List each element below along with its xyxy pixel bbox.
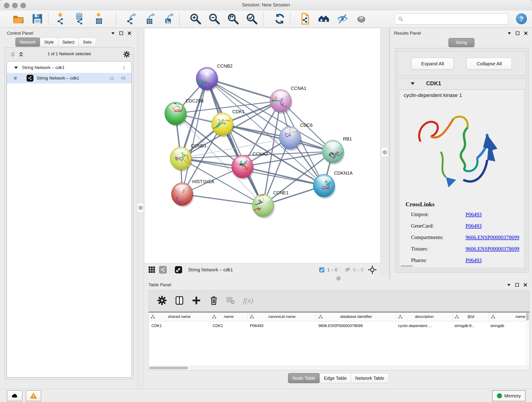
crosslink-value-link[interactable]: 9606.ENSP00000378699 — [466, 235, 519, 240]
network-options-gear-icon[interactable] — [123, 51, 130, 58]
crosslink-value-link[interactable]: 9606.ENSP00000378699 — [466, 246, 519, 252]
tab-network-table[interactable]: Network Table — [351, 373, 389, 383]
open-in-window-icon[interactable] — [174, 266, 183, 274]
tab-sets[interactable]: Sets — [79, 38, 96, 47]
collection-expand-icon[interactable] — [13, 65, 19, 70]
node-CCNA1[interactable] — [267, 89, 292, 114]
tab-string[interactable]: String — [448, 38, 475, 47]
cloud-status-button[interactable] — [7, 390, 22, 401]
table-row[interactable]: CDK1CDK1P064939606.ENSP00000378699cyclin… — [149, 321, 530, 331]
network-canvas[interactable]: CCNB2CCNA1CDC25BCDK1CDC6RB1CCNB1CCNA2CDK… — [145, 28, 380, 263]
toolbar-button-export-image[interactable] — [162, 12, 177, 26]
table-vscroll-thumb[interactable] — [526, 313, 529, 321]
toolbar-button-zoom-out[interactable] — [207, 12, 222, 26]
crosslink-value-link[interactable]: P06493 — [466, 211, 481, 217]
toolbar-button-show-panel[interactable] — [354, 12, 369, 26]
search-input[interactable] — [405, 14, 508, 24]
table-horizontal-scrollbar[interactable] — [149, 366, 530, 370]
function-builder-icon[interactable]: f(x) — [241, 294, 255, 307]
collapse-panel-icon[interactable] — [506, 282, 511, 287]
expand-all-button[interactable]: Expand All — [412, 58, 454, 70]
network-collection-row[interactable]: String Network – cdk1 1 — [7, 62, 132, 73]
toolbar-button-refresh[interactable] — [272, 12, 287, 26]
warnings-button[interactable] — [26, 390, 41, 401]
toolbar-button-zoom-fit[interactable] — [225, 12, 241, 26]
control-panel-splitter[interactable] — [137, 28, 144, 389]
table-hscroll-thumb[interactable] — [149, 367, 188, 369]
node-CCNE1[interactable] — [252, 190, 275, 218]
toolbar-button-import-network[interactable] — [53, 12, 69, 26]
float-panel-icon[interactable] — [119, 31, 124, 36]
column-header-name[interactable]: name — [210, 313, 248, 321]
tab-network[interactable]: Network — [15, 38, 40, 47]
results-hscroll-thumb[interactable] — [400, 265, 413, 267]
results-panel-splitter[interactable] — [380, 28, 389, 276]
toolbar-button-open-file[interactable] — [11, 12, 26, 26]
column-header-description[interactable]: description — [396, 313, 453, 321]
toolbar-button-save-session[interactable] — [30, 12, 45, 26]
help-button[interactable]: ? — [516, 13, 527, 24]
delete-column-trash-icon[interactable] — [207, 294, 221, 307]
node-CDKN1A[interactable] — [313, 174, 336, 199]
table-vertical-scrollbar[interactable] — [526, 313, 530, 370]
table-cell[interactable]: cyclin-dependent ... — [395, 321, 452, 331]
table-cell[interactable]: stringdb — [488, 321, 530, 331]
toolbar-button-import-database[interactable] — [72, 12, 87, 26]
crosslink-value-link[interactable]: P06493 — [466, 257, 481, 263]
birds-eye-view-icon[interactable] — [148, 266, 156, 274]
toolbar-button-import-table[interactable] — [91, 12, 106, 26]
section-collapse-icon[interactable] — [410, 80, 416, 86]
edge-CCNB2-CCNE1[interactable] — [207, 79, 263, 205]
table-cell[interactable]: stringdb:9... — [452, 321, 488, 331]
table-settings-gear-icon[interactable] — [155, 294, 169, 307]
splitter-knob[interactable] — [336, 276, 341, 281]
toolbar-button-hide-panel[interactable] — [335, 12, 350, 26]
add-column-icon[interactable] — [190, 294, 203, 307]
float-panel-icon[interactable] — [515, 282, 520, 287]
tab-style[interactable]: Style — [40, 38, 58, 47]
close-panel-icon[interactable] — [523, 31, 528, 36]
toolbar-button-export-network[interactable] — [124, 12, 139, 26]
memory-button[interactable]: Memory — [492, 390, 526, 401]
edge-CCNA2-CDKN1A[interactable] — [242, 167, 324, 186]
hidden-eye-slash-icon[interactable] — [344, 266, 351, 273]
tab-node-table[interactable]: Node Table — [288, 373, 320, 383]
node-HIST1H1A[interactable] — [171, 183, 194, 207]
toolbar-button-zoom-selected[interactable] — [244, 12, 259, 26]
collapse-panel-icon[interactable] — [110, 31, 115, 36]
network-row[interactable]: String Network – cdk1 11 48 — [7, 73, 132, 83]
node-CDK1[interactable] — [211, 113, 234, 137]
table-cell[interactable]: 9606.ENSP00000378699 — [316, 321, 395, 331]
column-header-namespace[interactable]: namespace — [489, 313, 530, 321]
toolbar-button-export-table[interactable] — [143, 12, 158, 26]
node-CCNB2[interactable] — [196, 67, 219, 92]
splitter-knob[interactable] — [383, 150, 387, 154]
close-panel-icon[interactable] — [523, 282, 528, 287]
edge-CCNB2-HIST1H1A[interactable] — [182, 79, 207, 194]
column-header--id[interactable]: @id — [453, 313, 489, 321]
collapse-all-button[interactable]: Collapse All — [467, 58, 512, 70]
toolbar-button-home[interactable] — [316, 12, 331, 26]
tab-edge-table[interactable]: Edge Table — [320, 373, 351, 383]
splitter-knob[interactable] — [138, 206, 143, 210]
tab-select[interactable]: Select — [58, 38, 79, 47]
toolbar-button-zoom-in[interactable] — [188, 12, 203, 26]
crosslink-value-link[interactable]: P06493 — [466, 223, 481, 229]
show-columns-icon[interactable] — [172, 294, 186, 307]
node-RB1[interactable] — [322, 140, 345, 165]
fit-selected-crosshair-icon[interactable] — [368, 265, 377, 274]
column-header-database-identifier[interactable]: database identifier — [317, 313, 396, 321]
table-cell[interactable]: CDK1 — [149, 321, 210, 331]
column-header-canonical-name[interactable]: canonical name — [248, 313, 317, 321]
edge-HIST1H1A-CCNE1[interactable] — [182, 194, 263, 205]
toolbar-button-share-document[interactable] — [298, 12, 312, 26]
table-cell[interactable]: P06493 — [247, 321, 316, 331]
collapse-panel-icon[interactable] — [507, 31, 512, 36]
selected-checkbox-icon[interactable] — [319, 267, 325, 273]
delete-table-icon[interactable] — [224, 294, 238, 307]
float-panel-icon[interactable] — [515, 31, 520, 36]
node-CDC6[interactable] — [279, 121, 302, 151]
network-share-icon[interactable] — [159, 266, 167, 274]
table-cell[interactable]: CDK1 — [210, 321, 247, 331]
close-panel-icon[interactable] — [127, 31, 132, 36]
